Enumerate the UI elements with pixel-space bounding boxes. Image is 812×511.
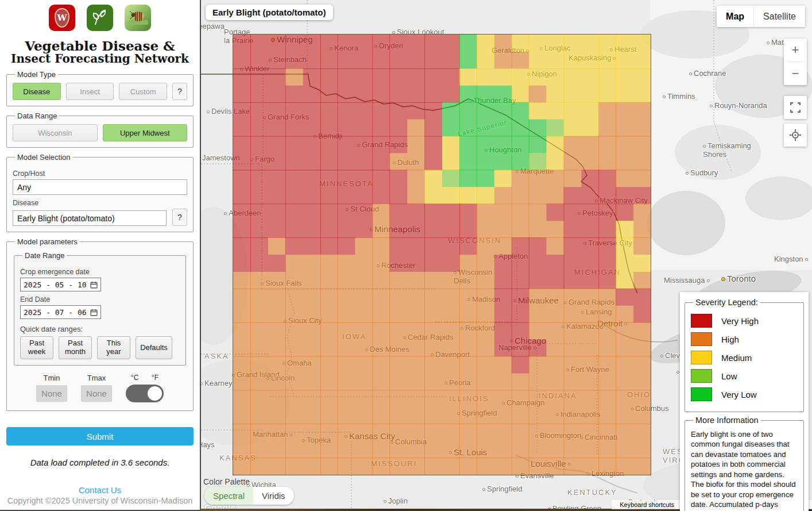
logo-row: W (0, 0, 200, 33)
zoom-out-button[interactable]: − (784, 62, 807, 85)
model-selection-section: Model Selection Crop/Host Any Disease Ea… (6, 153, 194, 232)
more-information-section: More Information Early blight is one of … (685, 416, 804, 511)
fahrenheit-label: °F (152, 374, 158, 382)
quick-range-past-month[interactable]: Past month (59, 336, 92, 359)
sidebar: W Vegetable D (0, 0, 201, 511)
crop-emergence-date-input[interactable]: 2025 - 05 - 10 (20, 278, 101, 291)
temperature-unit-toggle[interactable] (126, 385, 164, 402)
severity-overlay (233, 34, 651, 475)
crop-host-label: Crop/Host (13, 170, 187, 178)
end-date-input[interactable]: 2025 - 07 - 06 (20, 305, 101, 319)
model-selection-legend: Model Selection (15, 153, 73, 162)
calendar-icon (90, 309, 98, 316)
tmax-button[interactable]: None (81, 385, 112, 402)
model-type-help-button[interactable]: ? (172, 83, 187, 100)
legend-item-high: High (691, 332, 798, 346)
quick-range-past-week[interactable]: Past week (20, 336, 53, 359)
legend-swatch (691, 369, 712, 383)
model-type-section: Model Type DiseaseInsectCustom ? (6, 70, 194, 106)
map-side-panel: Severity Legend: Very HighHighMediumLowV… (680, 292, 809, 511)
crop-host-select[interactable]: Any (13, 179, 187, 195)
model-type-legend: Model Type (15, 70, 58, 79)
legend-item-low: Low (691, 369, 798, 383)
submit-button[interactable]: Submit (6, 427, 194, 445)
plant-leaf-logo (87, 5, 113, 31)
zoom-control: + − (784, 39, 807, 85)
legend-label: High (721, 335, 739, 344)
palette-option-spectral[interactable]: Spectral (204, 487, 253, 505)
app-title: Vegetable Disease & Insect Forecasting N… (0, 39, 200, 65)
severity-legend-title: Severity Legend: (693, 298, 760, 307)
legend-swatch (691, 314, 712, 328)
model-type-option-insect[interactable]: Insect (66, 83, 114, 100)
keyboard-shortcuts-link[interactable]: Keyboard shortcuts (620, 501, 674, 508)
more-information-title: More Information (693, 416, 761, 425)
legend-label: Low (721, 371, 737, 381)
celsius-label: °C (131, 374, 138, 382)
map-type-map-button[interactable]: Map (717, 6, 753, 27)
legend-swatch (691, 387, 712, 401)
legend-item-very-high: Very High (691, 314, 798, 328)
my-location-icon (790, 129, 801, 141)
model-title-chip: Early Blight (potato/tomato) (206, 5, 333, 20)
calendar-icon (90, 281, 98, 289)
tmin-button[interactable]: None (36, 385, 67, 402)
model-parameters-section: Model parameters Date Range Crop emergen… (6, 237, 194, 411)
copyright-text: Copyright ©2025 University of Wisconsin-… (0, 496, 200, 505)
legend-item-very-low: Very Low (691, 387, 798, 401)
data-range-legend: Data Range (15, 112, 59, 120)
color-palette-control: SpectralViridis (204, 487, 294, 505)
data-range-option-wisconsin[interactable]: Wisconsin (13, 124, 98, 141)
fullscreen-icon (790, 102, 801, 113)
map-type-satellite-button[interactable]: Satellite (753, 6, 805, 27)
legend-label: Very High (721, 316, 759, 326)
crop-emergence-date-label: Crop emergence date (20, 268, 180, 276)
quick-range-this-year[interactable]: This year (97, 336, 130, 359)
uw-madison-crest-logo: W (49, 5, 75, 31)
fullscreen-button[interactable] (784, 96, 807, 119)
my-location-button[interactable] (784, 124, 807, 147)
map-type-control: Map Satellite (717, 6, 805, 27)
potato-beetle-logo (125, 5, 151, 31)
tmax-label: Tmax (87, 374, 106, 382)
end-date-label: End Date (20, 295, 180, 303)
legend-swatch (691, 332, 712, 346)
zoom-in-button[interactable]: + (784, 39, 807, 62)
status-text: Data load completed in 3.6 seconds. (0, 458, 200, 467)
legend-label: Medium (721, 353, 752, 363)
quick-range-defaults[interactable]: Defaults (136, 336, 172, 359)
toggle-knob (148, 386, 162, 401)
severity-overlay-canvas (233, 34, 651, 475)
model-parameters-legend: Model parameters (15, 237, 80, 246)
legend-item-medium: Medium (691, 351, 798, 364)
legend-swatch (691, 351, 712, 364)
data-range-option-upper-midwest[interactable]: Upper Midwest (103, 124, 188, 141)
quick-date-ranges-label: Quick date ranges: (20, 325, 180, 333)
app-window: W Vegetable D (0, 0, 812, 511)
severity-legend-section: Severity Legend: Very HighHighMediumLowV… (685, 298, 804, 412)
color-palette-label: Color Palette (203, 477, 250, 486)
model-type-option-custom[interactable]: Custom (119, 83, 167, 100)
tmin-label: Tmin (44, 374, 60, 382)
palette-option-viridis[interactable]: Viridis (253, 487, 294, 505)
date-range-legend: Date Range (22, 251, 67, 260)
disease-select[interactable]: Early Blight (potato/tomato) (13, 210, 167, 226)
disease-help-button[interactable]: ? (172, 209, 187, 226)
legend-label: Very Low (721, 390, 757, 399)
model-type-option-disease[interactable]: Disease (13, 83, 61, 100)
disease-label: Disease (13, 199, 187, 207)
contact-us-link[interactable]: Contact Us (79, 485, 121, 495)
date-range-section: Date Range Crop emergence date 2025 - 05… (14, 251, 186, 366)
more-information-text: Early blight is one of two common fungal… (691, 429, 798, 511)
data-range-section: Data Range WisconsinUpper Midwest (6, 112, 194, 148)
map-canvas[interactable]: NeepawaPortage la PrairieWinnipegSteinba… (201, 0, 812, 511)
